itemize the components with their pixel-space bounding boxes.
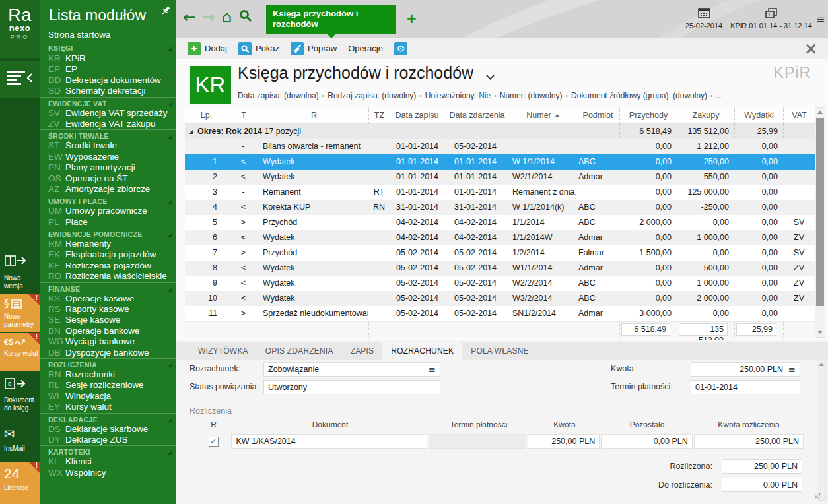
work-date-button[interactable]: 25-02-2014 (678, 0, 730, 38)
termin-field[interactable]: 01-01-2014 (691, 380, 800, 394)
status-field[interactable]: Utworzony (263, 380, 440, 394)
sidebar-item-rm[interactable]: RMRemanenty (40, 239, 176, 249)
module-section-header[interactable]: EWIDENCJE POMOCNICZE (40, 228, 176, 239)
home-button[interactable]: ⌂ (222, 9, 232, 25)
module-section-header[interactable]: FINANSE (40, 282, 176, 294)
rail-item-licencje[interactable]: ! 24 Licencje (0, 462, 40, 504)
sidebar-item-ks[interactable]: KSOperacje kasowe (40, 294, 176, 304)
window-menu-button[interactable]: ≡ (816, 13, 825, 26)
tab-opis-zdarzenia[interactable]: OPIS ZDARZENIA (257, 342, 342, 360)
app-logo[interactable]: Ra nexo PRO (0, 0, 40, 58)
search-button[interactable] (238, 9, 253, 26)
scroll-up-icon[interactable] (819, 363, 824, 366)
sidebar-item-ro[interactable]: RORozliczenia właścicielskie (40, 271, 176, 282)
sidebar-item-kl[interactable]: KLKlienci (40, 457, 176, 467)
sidebar-item-db[interactable]: DBDyspozycje bankowe (40, 348, 176, 358)
chevron-down-icon[interactable] (486, 71, 495, 80)
sidebar-item-wx[interactable]: WXWspólnicy (40, 468, 176, 478)
filter-value[interactable]: Nie (479, 91, 491, 100)
settlements-row[interactable]: ✓KW 1/KAS/2014250,00 PLN0,00 PLN250,00 P… (196, 433, 804, 449)
tab-ksiega-przychodow[interactable]: Księga przychodów i rozchodów (266, 5, 396, 34)
table-row[interactable]: 2<Wydatek01-01-201401-01-2014W2/1/2014Ad… (185, 170, 815, 185)
new-tab-button[interactable]: + (407, 9, 417, 28)
sidebar-item-bn[interactable]: BNOperacje bankowe (40, 326, 176, 336)
table-row[interactable]: 10<Wydatek05-02-201405-02-2014W3/2/2014A… (185, 291, 815, 306)
rail-item-kursy-walut[interactable]: ! €$ Kursy walut (0, 333, 40, 371)
field-menu-icon[interactable]: ≡ (788, 365, 796, 375)
module-section-header[interactable]: EWIDENCJE VAT (40, 97, 176, 108)
scrollbar-thumb[interactable] (816, 118, 824, 306)
column-header-podmiot[interactable]: Podmiot (576, 107, 619, 124)
rail-item-dokument-do-ksieg[interactable]: 0 Dokument do księg. (0, 373, 40, 420)
column-header-t[interactable]: T (228, 107, 259, 124)
column-header-zakupy[interactable]: Zakupy (677, 107, 734, 124)
table-row[interactable]: 3-RemanentRT01-01-201401-01-2014Remanent… (185, 185, 815, 200)
table-row[interactable]: 4<Korekta KUPRN31-01-201431-01-2014W 1/1… (185, 200, 815, 215)
forward-arrow-button[interactable]: → (202, 9, 215, 26)
column-header-de[interactable]: Data zdarzenia (444, 107, 510, 124)
sidebar-item-os[interactable]: OSOperacje na ŚT (40, 173, 176, 184)
pin-icon[interactable] (160, 5, 171, 18)
tab-wizytówka[interactable]: WIZYTÓWKA (190, 342, 257, 360)
column-header-przychody[interactable]: Przychody (619, 107, 677, 124)
checkbox[interactable]: ✓ (209, 437, 219, 447)
rozrachunek-field[interactable]: Zobowiązanie ≡ (263, 362, 440, 377)
column-header-dz[interactable]: Data zapisu (390, 107, 444, 124)
period-button[interactable]: 1 KPiR 01.01.14 - 31.12.14 (730, 0, 813, 38)
sidebar-item-rn[interactable]: RNRozrachunki (40, 369, 176, 380)
scroll-up-icon[interactable] (817, 111, 823, 114)
sidebar-item-um[interactable]: UMUmowy pracownicze (40, 206, 176, 216)
kwota-field[interactable]: 250,00 PLN ≡ (691, 362, 800, 377)
field-menu-icon[interactable]: ≡ (429, 365, 436, 375)
column-header-numer[interactable]: Numer (510, 107, 576, 124)
operations-button[interactable]: Operacje (348, 44, 383, 53)
tab-rozrachunek[interactable]: ROZRACHUNEK (382, 342, 462, 360)
module-section-header[interactable]: DEKLARACJE (40, 413, 176, 424)
settings-button[interactable]: ⚙ (394, 42, 411, 55)
sidebar-item-wi[interactable]: WIWindykacja (40, 391, 176, 402)
modules-toggle-button[interactable] (0, 61, 40, 98)
sidebar-item-rs[interactable]: RSRaporty kasowe (40, 304, 176, 315)
module-section-header[interactable]: KARTOTEKI (40, 445, 176, 457)
group-row[interactable]: Okres: Rok 2014 17 pozycji6 518,49135 51… (185, 124, 815, 139)
table-row[interactable]: 9<Wydatek05-02-201405-02-2014W2/2/2014AB… (185, 276, 815, 291)
module-section-header[interactable]: KSIĘGI (40, 42, 176, 53)
sidebar-item-rl[interactable]: RLSesje rozliczeniowe (40, 380, 176, 391)
rail-item-nowe-parametry[interactable]: ! § Nowe parametry (0, 294, 40, 332)
table-row[interactable]: 6<Wydatek04-02-201404-02-20141/1/2014WAd… (185, 230, 815, 245)
back-arrow-button[interactable]: ← (183, 9, 195, 26)
sidebar-item-ep[interactable]: EPEP (40, 64, 176, 75)
table-row[interactable]: -Bilans otwarcia - remanent01-01-201405-… (185, 139, 815, 154)
rail-item-nowa-wersja[interactable]: Nowa wersja (0, 249, 40, 293)
sidebar-item-strona-startowa[interactable]: Strona startowa (40, 28, 176, 42)
column-header-vat[interactable]: VAT (783, 107, 815, 124)
close-icon[interactable]: × (804, 41, 817, 57)
module-section-header[interactable]: UMOWY I PŁACE (40, 195, 176, 206)
module-section-header[interactable]: ŚRODKI TRWAŁE (40, 129, 176, 141)
tab-zapis[interactable]: ZAPIS (342, 342, 383, 360)
table-row[interactable]: 8<Wydatek05-02-201405-02-2014W1/1/2014Ad… (185, 261, 815, 276)
scroll-down-icon[interactable] (817, 331, 823, 334)
column-header-lp[interactable]: Lp. (185, 107, 228, 124)
sidebar-item-ek[interactable]: EKEksploatacja pojazdów (40, 249, 176, 260)
sidebar-item-wg[interactable]: WGWyciągi bankowe (40, 336, 176, 347)
sidebar-item-ke[interactable]: KERozliczenia pojazdów (40, 261, 176, 271)
edit-button[interactable]: Popraw (291, 42, 337, 55)
sidebar-item-dd[interactable]: DDDekretacja dokumentów (40, 75, 176, 86)
table-row[interactable]: 5>Przychód04-02-201404-02-20141/1/2014AB… (185, 215, 815, 230)
expand-icon[interactable] (189, 129, 193, 134)
sidebar-item-ey[interactable]: EYKursy walut (40, 402, 176, 412)
sidebar-item-pn[interactable]: PNPlany amortyzacji (40, 162, 176, 173)
table-row[interactable]: 7>Przychód05-02-201405-02-20141/2/2014Fa… (185, 245, 815, 261)
sidebar-item-zv[interactable]: ZVEwidencja VAT zakupu (40, 119, 176, 129)
sidebar-item-ds[interactable]: DSDeklaracje skarbowe (40, 424, 176, 435)
sidebar-item-se[interactable]: SESesje kasowe (40, 315, 176, 325)
show-button[interactable]: Pokaż (238, 42, 279, 55)
sidebar-item-st[interactable]: STŚrodki trwałe (40, 141, 176, 151)
sidebar-item-dy[interactable]: DYDeklaracje ZUS (40, 435, 176, 445)
add-button[interactable]: + Dodaj (188, 42, 227, 55)
column-header-wydatki[interactable]: Wydatki (734, 107, 783, 124)
column-header-tz[interactable]: TZ (368, 107, 390, 124)
detail-scrollbar[interactable] (817, 360, 826, 501)
sidebar-item-sd[interactable]: SDSchematy dekretacji (40, 86, 176, 96)
